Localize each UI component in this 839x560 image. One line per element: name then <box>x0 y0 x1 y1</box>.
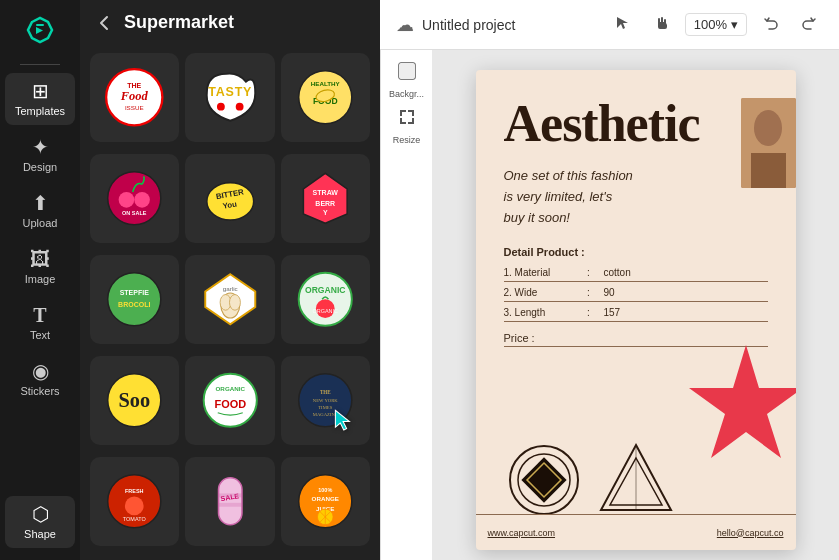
sticker-soo[interactable]: Soo <box>90 356 179 445</box>
canvas-area[interactable]: Aesthetic One set of this fashionis very… <box>432 50 839 560</box>
detail-value-wide: 90 <box>604 287 615 298</box>
svg-text:STRAW: STRAW <box>313 190 339 197</box>
photo-thumbnail <box>741 98 796 188</box>
sticker-nyt-magazine[interactable]: THE NEW YORK TIMES MAGAZINE <box>281 356 370 445</box>
detail-value-material: cotton <box>604 267 631 278</box>
sidebar-item-upload[interactable]: ⬆ Upload <box>5 185 75 237</box>
svg-text:TIMES: TIMES <box>318 405 332 410</box>
svg-point-48 <box>125 497 144 516</box>
canvas-subtitle: One set of this fashionis very limited, … <box>504 166 768 228</box>
sticker-fresh-tomato[interactable]: FRESH TOMATO <box>90 457 179 546</box>
sidebar-item-text-label: Text <box>30 329 50 341</box>
svg-point-7 <box>235 103 243 111</box>
sidebar-item-stickers[interactable]: ◉ Stickers <box>5 353 75 405</box>
detail-row-material: 1. Material : cotton <box>504 264 768 282</box>
zoom-chevron-icon: ▾ <box>731 17 738 32</box>
svg-point-6 <box>217 103 225 111</box>
footer-email: hello@capcut.co <box>717 528 784 538</box>
sticker-sale[interactable]: SALE <box>185 457 274 546</box>
detail-label-wide: 2. Wide <box>504 287 574 298</box>
sticker-garlic[interactable]: garlic <box>185 255 274 344</box>
top-bar-left: ☁ Untitled project <box>396 14 597 36</box>
cursor-pointer <box>334 409 362 437</box>
svg-marker-65 <box>689 345 796 458</box>
svg-point-63 <box>754 110 782 146</box>
sticker-grid: THE Food ISSUE TASTY HEALTHY FOOD <box>80 45 380 560</box>
svg-text:ORGANIC: ORGANIC <box>305 285 346 295</box>
svg-text:THE: THE <box>128 82 142 89</box>
shape-icon: ⬡ <box>32 504 49 524</box>
text-icon: T <box>33 305 46 325</box>
sidebar-item-image[interactable]: 🖼 Image <box>5 241 75 293</box>
hand-tool-button[interactable] <box>647 11 675 39</box>
sticker-strawberry[interactable]: STRAW BERR Y <box>281 154 370 243</box>
sticker-tasty[interactable]: TASTY <box>185 53 274 142</box>
resize-icon <box>397 107 417 132</box>
sticker-cherry[interactable]: ON SALE <box>90 154 179 243</box>
svg-rect-64 <box>751 153 786 188</box>
sidebar-item-shape[interactable]: ⬡ Shape <box>5 496 75 548</box>
resize-tool-button[interactable]: Resize <box>387 106 427 146</box>
panel-title: Supermarket <box>124 12 234 33</box>
svg-point-14 <box>135 192 151 208</box>
svg-marker-59 <box>617 17 628 29</box>
zoom-selector[interactable]: 100% ▾ <box>685 13 747 36</box>
svg-text:100%: 100% <box>318 487 332 493</box>
top-bar-right: 100% ▾ <box>609 11 823 39</box>
svg-point-30 <box>229 295 240 311</box>
detail-row-length: 3. Length : 157 <box>504 304 768 322</box>
background-tool-button[interactable]: Backgr... <box>387 60 427 100</box>
svg-text:THE: THE <box>320 389 331 395</box>
zoom-level: 100% <box>694 17 727 32</box>
undo-button[interactable] <box>757 11 785 39</box>
cursor-tool-button[interactable] <box>609 11 637 39</box>
svg-text:TOMATO: TOMATO <box>123 516 146 522</box>
svg-text:STEPFIE: STEPFIE <box>120 289 150 296</box>
svg-point-12 <box>108 172 161 225</box>
sidebar-item-templates[interactable]: ⊞ Templates <box>5 73 75 125</box>
sidebar-item-image-label: Image <box>25 273 56 285</box>
sidebar-item-text[interactable]: T Text <box>5 297 75 349</box>
canvas-document[interactable]: Aesthetic One set of this fashionis very… <box>476 70 796 550</box>
svg-text:BERR: BERR <box>315 200 335 207</box>
redo-button[interactable] <box>795 11 823 39</box>
sticker-food-issue[interactable]: THE Food ISSUE <box>90 53 179 142</box>
sticker-orange-juice[interactable]: 100% ORANGE JUICE <box>281 457 370 546</box>
sticker-organic-organic[interactable]: ORGANIC ORGANIC <box>281 255 370 344</box>
detail-section-title: Detail Product : <box>504 246 768 258</box>
svg-text:TASTY: TASTY <box>208 85 252 99</box>
svg-point-13 <box>119 192 135 208</box>
sticker-bitter-you[interactable]: BITTER You <box>185 154 274 243</box>
detail-row-wide: 2. Wide : 90 <box>504 284 768 302</box>
sticker-stepfie-broccoli[interactable]: STEPFIE BROCOLI <box>90 255 179 344</box>
background-icon <box>397 61 417 86</box>
back-button[interactable] <box>94 13 114 33</box>
detail-label-length: 3. Length <box>504 307 574 318</box>
sidebar-item-design[interactable]: ✦ Design <box>5 129 75 181</box>
panel-header: Supermarket <box>80 0 380 45</box>
sticker-organic-food[interactable]: ORGANIC FOOD <box>185 356 274 445</box>
sidebar-item-shape-label: Shape <box>24 528 56 540</box>
svg-rect-61 <box>399 63 415 79</box>
main-area: ☁ Untitled project 100% ▾ <box>380 0 839 560</box>
sidebar-item-upload-label: Upload <box>23 217 58 229</box>
svg-rect-53 <box>218 503 241 507</box>
detail-label-material: 1. Material <box>504 267 574 278</box>
svg-text:ISSUE: ISSUE <box>125 104 144 111</box>
right-tools: Backgr... Resize <box>380 50 432 560</box>
svg-text:Soo: Soo <box>119 389 151 411</box>
svg-rect-52 <box>218 494 241 498</box>
image-icon: 🖼 <box>30 249 50 269</box>
svg-text:FOOD: FOOD <box>214 398 246 410</box>
design-icon: ✦ <box>32 137 49 157</box>
resize-label: Resize <box>393 135 421 145</box>
footer-website: www.capcut.com <box>488 528 556 538</box>
svg-text:garlic: garlic <box>223 286 238 293</box>
top-bar: ☁ Untitled project 100% ▾ <box>380 0 839 50</box>
svg-text:BROCOLI: BROCOLI <box>118 301 150 308</box>
stickers-icon: ◉ <box>32 361 49 381</box>
sidebar-divider <box>20 64 60 65</box>
svg-text:ORGANIC: ORGANIC <box>215 385 245 392</box>
sticker-healthy-food[interactable]: HEALTHY FOOD <box>281 53 370 142</box>
svg-marker-45 <box>335 410 349 430</box>
